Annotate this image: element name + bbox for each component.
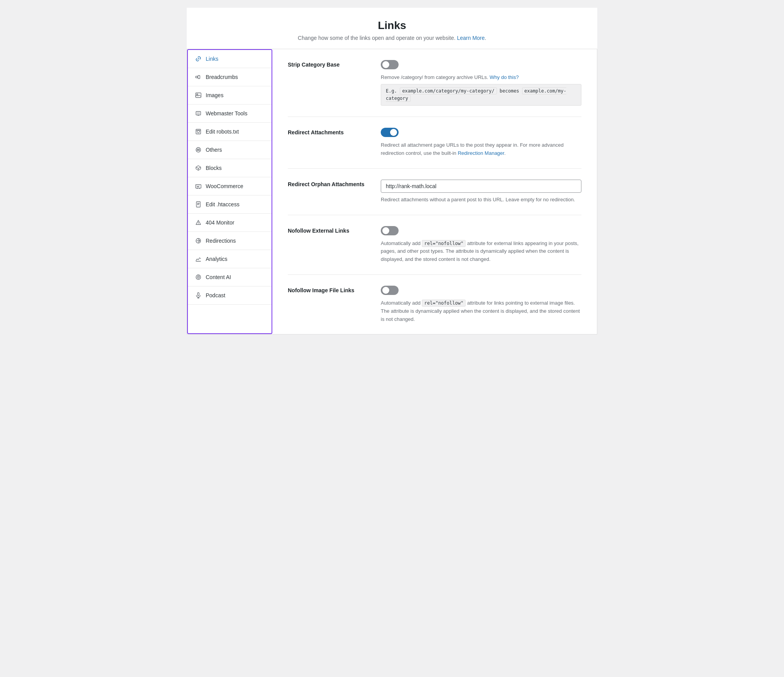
sidebar-item-edit-robots[interactable]: Edit robots.txt <box>188 123 272 141</box>
blocks-icon <box>195 165 202 171</box>
nofollow-image-toggle[interactable] <box>381 286 399 295</box>
strip-category-base-toggle[interactable] <box>381 60 399 69</box>
why-do-this-link[interactable]: Why do this? <box>490 74 519 80</box>
sidebar-item-edit-htaccess[interactable]: Edit .htaccess <box>188 195 272 214</box>
nofollow-external-control: Automatically add rel="nofollow" attribu… <box>381 226 581 264</box>
sidebar-item-label: Analytics <box>206 256 227 262</box>
redirect-attachments-label: Redirect Attachments <box>288 128 365 135</box>
nofollow-image-desc: Automatically add rel="nofollow" attribu… <box>381 299 581 323</box>
nofollow-external-label: Nofollow External Links <box>288 226 365 234</box>
htaccess-icon <box>195 201 202 208</box>
sidebar-item-label: Webmaster Tools <box>206 110 248 117</box>
sidebar-item-redirections[interactable]: Redirections <box>188 232 272 250</box>
images-icon <box>195 92 202 99</box>
redirect-orphan-row: Redirect Orphan Attachments Redirect att… <box>288 169 581 215</box>
nofollow-image-row: Nofollow Image File Links Automatically … <box>288 275 581 334</box>
content-area: Strip Category Base Remove /category/ fr… <box>272 49 597 334</box>
redirect-orphan-input[interactable] <box>381 180 581 193</box>
sidebar-item-blocks[interactable]: Blocks <box>188 159 272 177</box>
nofollow-image-code: rel="nofollow" <box>422 300 466 307</box>
nofollow-code: rel="nofollow" <box>422 240 466 247</box>
svg-point-4 <box>197 94 198 95</box>
svg-point-10 <box>197 130 199 133</box>
nofollow-image-label: Nofollow Image File Links <box>288 286 365 293</box>
sidebar-item-404-monitor[interactable]: 404 Monitor <box>188 214 272 232</box>
sidebar-item-label: Edit .htaccess <box>206 201 239 207</box>
strip-category-code-block: E.g. example.com/category/my-category/ b… <box>381 84 581 106</box>
svg-point-18 <box>197 188 198 189</box>
svg-rect-20 <box>196 202 200 207</box>
nofollow-image-track[interactable] <box>381 286 399 295</box>
sidebar-item-label: Images <box>206 92 224 98</box>
svg-point-19 <box>199 188 200 189</box>
strip-category-base-row: Strip Category Base Remove /category/ fr… <box>288 49 581 117</box>
sidebar-item-label: Redirections <box>206 238 236 244</box>
svg-rect-31 <box>198 293 199 296</box>
redirect-orphan-desc: Redirect attachments without a parent po… <box>381 196 581 204</box>
links-icon <box>195 55 202 62</box>
learn-more-link[interactable]: Learn More <box>457 35 485 41</box>
redirection-manager-link[interactable]: Redirection Manager <box>458 150 504 156</box>
strip-category-base-desc: Remove /category/ from category archive … <box>381 74 581 106</box>
strip-category-base-control: Remove /category/ from category archive … <box>381 60 581 106</box>
svg-rect-0 <box>196 76 198 78</box>
podcast-icon <box>195 292 202 299</box>
sidebar-item-label: 404 Monitor <box>206 219 234 226</box>
redirect-attachments-desc: Redirect all attachment page URLs to the… <box>381 141 581 158</box>
page-title: Links <box>194 19 590 32</box>
breadcrumbs-icon <box>195 74 202 81</box>
nofollow-external-track[interactable] <box>381 226 399 235</box>
page-subtitle: Change how some of the links open and op… <box>194 35 590 41</box>
svg-rect-9 <box>196 129 201 134</box>
svg-point-25 <box>198 223 198 224</box>
sidebar-item-webmaster-tools[interactable]: Webmaster Tools <box>188 105 272 123</box>
sidebar-item-label: Links <box>206 56 218 62</box>
svg-rect-6 <box>197 112 200 114</box>
sidebar-item-others[interactable]: Others <box>188 141 272 159</box>
sidebar-item-content-ai[interactable]: Content AI <box>188 268 272 286</box>
sidebar-item-woocommerce[interactable]: WooCommerce <box>188 177 272 195</box>
sidebar-item-label: WooCommerce <box>206 183 243 189</box>
sidebar-item-label: Breadcrumbs <box>206 74 238 80</box>
nofollow-external-toggle[interactable] <box>381 226 399 235</box>
sidebar-item-analytics[interactable]: Analytics <box>188 250 272 268</box>
redirect-attachments-control: Redirect all attachment page URLs to the… <box>381 128 581 158</box>
redirections-icon <box>195 237 202 244</box>
nofollow-external-desc: Automatically add rel="nofollow" attribu… <box>381 240 581 264</box>
redirect-attachments-thumb <box>390 129 397 136</box>
analytics-icon <box>195 255 202 262</box>
sidebar-item-podcast[interactable]: Podcast <box>188 286 272 305</box>
content-ai-icon <box>195 274 202 281</box>
sidebar: Links Breadcrumbs <box>187 49 272 334</box>
strip-category-base-track[interactable] <box>381 60 399 69</box>
sidebar-item-breadcrumbs[interactable]: Breadcrumbs <box>188 68 272 86</box>
sidebar-item-images[interactable]: Images <box>188 86 272 105</box>
sidebar-item-label: Content AI <box>206 274 231 280</box>
nofollow-image-thumb <box>382 287 389 294</box>
strip-category-base-label: Strip Category Base <box>288 60 365 68</box>
sidebar-item-label: Others <box>206 147 222 153</box>
redirect-orphan-control: Redirect attachments without a parent po… <box>381 180 581 204</box>
sidebar-item-label: Blocks <box>206 165 222 171</box>
sidebar-item-label: Edit robots.txt <box>206 129 239 135</box>
monitor-icon <box>195 219 202 226</box>
redirect-attachments-track[interactable] <box>381 128 399 137</box>
nofollow-external-thumb <box>382 227 389 234</box>
svg-point-30 <box>198 277 199 278</box>
robots-icon <box>195 128 202 135</box>
sidebar-item-label: Podcast <box>206 292 225 298</box>
woo-icon <box>195 183 202 190</box>
redirect-attachments-toggle[interactable] <box>381 128 399 137</box>
sidebar-item-links[interactable]: Links <box>188 50 272 68</box>
strip-category-base-thumb <box>382 61 389 68</box>
nofollow-external-row: Nofollow External Links Automatically ad… <box>288 215 581 275</box>
nofollow-image-control: Automatically add rel="nofollow" attribu… <box>381 286 581 323</box>
webmaster-icon <box>195 110 202 117</box>
redirect-attachments-row: Redirect Attachments Redirect all attach… <box>288 117 581 169</box>
others-icon <box>195 146 202 153</box>
svg-rect-1 <box>198 75 200 79</box>
redirect-orphan-label: Redirect Orphan Attachments <box>288 180 365 187</box>
